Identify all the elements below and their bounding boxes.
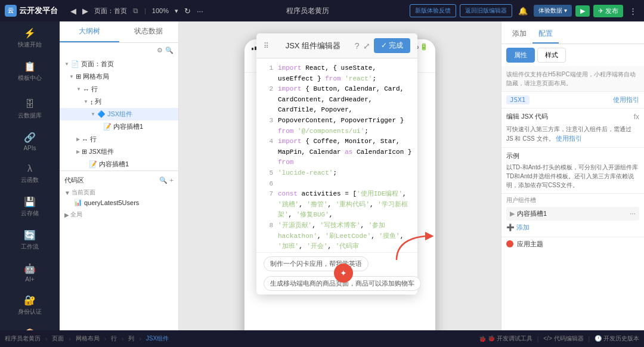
tree-header: ⚙ 🔍 — [60, 43, 178, 58]
jsx-icon: 🔷 — [97, 110, 106, 118]
sidebar-item-minicode[interactable]: 📦 微搭代码 — [0, 322, 60, 330]
sidebar-item-auth[interactable]: 🔐 身份认证 — [0, 289, 60, 322]
right-tab-config[interactable]: 配置 — [532, 25, 559, 44]
sidebar-item-ai[interactable]: 🤖 AI+ — [0, 257, 60, 289]
bottom-breadcrumb-col: 列 — [128, 334, 134, 343]
jsx-code-section-title-row: 编辑 JSX 代码 fx — [506, 109, 639, 125]
grid-icon: ⊞ — [76, 73, 81, 80]
page-icon: 📄 — [71, 60, 79, 68]
bottom-history[interactable]: 🕐 开发历史版本 — [595, 334, 639, 343]
bell-icon[interactable]: 🔔 — [516, 5, 530, 17]
sidebar-item-label: 快速开始 — [18, 41, 42, 49]
use-guide-link[interactable]: 使用指引 — [613, 95, 639, 104]
publish-btn[interactable]: ✈ 发布 — [593, 5, 623, 17]
slot-component-row: ▶ 内容插槽1 ··· — [506, 207, 639, 221]
tree-tab-outline[interactable]: 大纲树 — [60, 21, 119, 42]
tree-settings-icon[interactable]: ⚙ — [157, 47, 163, 54]
tree-node-grid[interactable]: ▼ ⊞ 网格布局 — [60, 70, 178, 83]
code-line-4: 4 import { Coffee, Monitor, Star, MapPin… — [261, 137, 413, 168]
jsx-code-area[interactable]: 1 import React, { useState, useEffect } … — [256, 58, 417, 252]
tree-code-item-query[interactable]: 📊 queryLatest5Users — [64, 197, 174, 208]
add-component-link[interactable]: ➕ 添加 — [506, 221, 639, 234]
top-bar-center: 程序员老黄历 — [209, 6, 406, 16]
current-page-collapse-icon[interactable]: ▼ — [64, 190, 70, 196]
sidebar-item-template-center[interactable]: 📋 模板中心 — [0, 55, 60, 88]
sidebar-item-quick-start[interactable]: ⚡ 快速开始 — [0, 21, 60, 55]
bottom-breadcrumb-grid: 网格布局 — [76, 334, 100, 343]
forward-button[interactable]: ▶ — [80, 5, 91, 17]
global-label: ▶ 全局 — [64, 210, 174, 219]
prop-tab-attr[interactable]: 属性 — [506, 48, 535, 63]
tree-panel-tabs: 大纲树 状态数据 — [60, 21, 178, 43]
sidebar-item-workflow[interactable]: 🔄 工作流 — [0, 224, 60, 257]
code-content-7: const activities = ['使用IDE编程', '跳槽', '撸管… — [278, 189, 413, 221]
tree-node-row2[interactable]: ▶ ↔ 行 — [60, 133, 178, 145]
tree-node-slot2[interactable]: ▶ 📝 内容插槽1 — [60, 158, 178, 171]
section-link[interactable]: 使用指引 — [556, 135, 582, 142]
prop-tabs: 属性 样式 — [506, 48, 639, 63]
signal-bar1 — [252, 48, 253, 50]
back-old-btn[interactable]: 返回旧版编辑器 — [460, 4, 512, 17]
theme-section: 应用主题 — [501, 237, 644, 251]
tree-tab-state[interactable]: 状态数据 — [119, 21, 179, 42]
section-expand-icon[interactable]: fx — [634, 113, 639, 121]
tree-node-slot1[interactable]: ▶ 📝 内容插槽1 — [60, 120, 178, 133]
jsx-code-section: 编辑 JSX 代码 fx 可快速引入第三方库，注意引入组件后，需通过 JS 和 … — [501, 109, 644, 148]
user-component-slots: 用户组件槽 ▶ 内容插槽1 ··· ➕ 添加 — [501, 194, 644, 237]
ai-chip-1[interactable]: 制作一个闪卡应用，帮我学英语 — [264, 256, 369, 271]
line-num-7: 7 — [261, 189, 273, 221]
code-line-1: 1 import React, { useState, useEffect } … — [261, 63, 413, 84]
page-selector[interactable]: 页面：首页 — [92, 5, 129, 17]
code-content-2: import { Button, Calendar, Card, CardCon… — [278, 84, 413, 116]
bottom-code-editor[interactable]: </> 代码编辑器 — [543, 334, 583, 343]
prop-tab-style[interactable]: 样式 — [537, 48, 566, 63]
more-options-icon[interactable]: ⋮ — [627, 5, 639, 17]
history-label: 🕐 开发历史版本 — [595, 334, 639, 343]
jsx-expand-icon[interactable]: ⤢ — [363, 41, 370, 51]
tree-search-icon[interactable]: 🔍 — [165, 47, 174, 54]
preview-btn[interactable]: ▶ — [575, 5, 590, 17]
bottom-debug-tool[interactable]: 🐞 🐞 开发调试工具 — [479, 334, 532, 343]
code-line-3: 3 PopoverContent, PopoverTrigger } from … — [261, 116, 413, 137]
slot-collapse-icon[interactable]: ▶ — [510, 210, 515, 218]
jsx-help-icon[interactable]: ? — [355, 41, 360, 51]
sidebar-item-apis[interactable]: 🔗 APIs — [0, 126, 60, 157]
code-add-icon[interactable]: + — [170, 176, 174, 184]
code-search-icon[interactable]: 🔍 — [159, 176, 168, 184]
right-tab-add[interactable]: 添加 — [506, 25, 532, 44]
tree-code-header: 代码区 🔍 + — [60, 174, 178, 187]
float-circle-button[interactable]: ✦ — [334, 264, 353, 283]
tree-node-jsx[interactable]: ▼ 🔷 JSX组件 — [60, 108, 178, 120]
jsx-tag-row: JSX1 使用指引 — [501, 92, 644, 109]
zoom-chevron[interactable]: ▾ — [172, 6, 181, 16]
tree-node-col[interactable]: ▼ ↕ 列 — [60, 95, 178, 108]
new-experience-btn[interactable]: 新版体验反馈 — [410, 4, 456, 17]
global-collapse-icon[interactable]: ▶ — [64, 212, 69, 218]
code-content-1: import React, { useState, useEffect } fr… — [278, 63, 413, 84]
code-content-6 — [278, 179, 413, 190]
sidebar-item-cloud-storage[interactable]: 💾 云存储 — [0, 190, 60, 224]
jsx-done-button[interactable]: ✓ 完成 — [374, 38, 410, 53]
tree-node-jsx2[interactable]: ▶ ⊞ JSX组件 — [60, 145, 178, 158]
line-num-3: 3 — [261, 116, 273, 137]
tree-node-row1[interactable]: ▼ ↔ 行 — [60, 83, 178, 95]
sidebar-item-cloud-database[interactable]: 🗄 云数据库 — [0, 93, 60, 126]
code-section-title: 代码区 — [64, 176, 84, 185]
back-button[interactable]: ◀ — [68, 5, 79, 17]
code-content-4: import { Coffee, Monitor, Star, MapPin, … — [278, 137, 413, 168]
slot2-icon: 📝 — [89, 160, 97, 168]
slots-label: 用户组件槽 — [506, 196, 639, 205]
jsx-editor-drag-handle[interactable]: ⠿ — [264, 42, 269, 50]
refresh-button[interactable]: ↻ — [182, 5, 193, 17]
experience-data-btn[interactable]: 体验数据 ▾ — [534, 5, 572, 17]
float-circle-icon: ✦ — [340, 268, 347, 278]
code-line-6: 6 — [261, 179, 413, 190]
slot-more-icon[interactable]: ··· — [630, 209, 636, 218]
more-button[interactable]: ··· — [194, 5, 206, 17]
right-panel-info: 该组件仅支持在H5和PC端使用，小程序端将自动隐藏，请注意页面布局。 — [501, 66, 644, 92]
code-line-8: 8 '开源贡献', '写技术博客', '参加hackathon', '刷Leet… — [261, 221, 413, 252]
sidebar-item-label: APIs — [23, 145, 36, 151]
sidebar-item-cloud-functions[interactable]: λ 云函数 — [0, 157, 60, 190]
sidebar-item-label: 身份认证 — [18, 308, 42, 316]
tree-node-page[interactable]: ▼ 📄 页面：首页 — [60, 58, 178, 70]
